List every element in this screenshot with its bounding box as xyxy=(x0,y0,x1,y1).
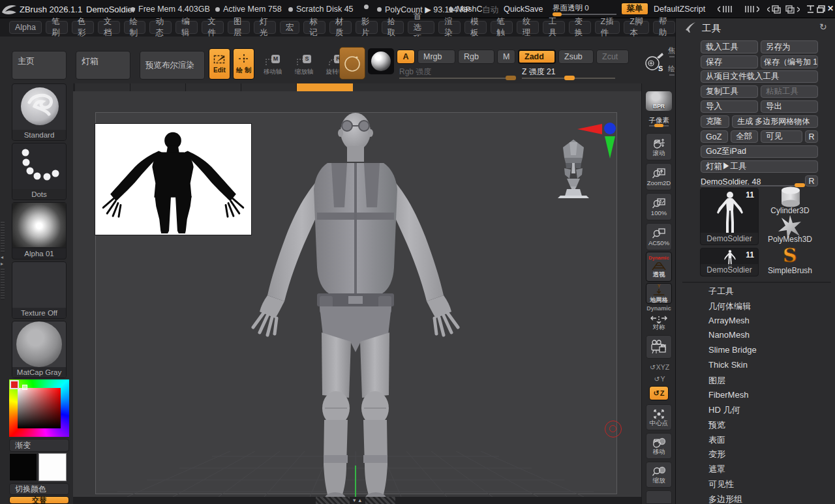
goz-button[interactable]: GoZ xyxy=(701,130,728,143)
tool-item-polymesh3d[interactable]: PolyMesh3D xyxy=(762,216,818,244)
camera-lock-button[interactable] xyxy=(646,335,672,359)
menu-stroke[interactable]: 笔触 xyxy=(491,21,513,34)
menu-help[interactable]: 帮助 xyxy=(653,21,675,34)
subpalette-deformation[interactable]: 变形 xyxy=(708,449,725,460)
draw-button[interactable]: 绘 制 xyxy=(233,48,254,80)
scroll-canvas-button[interactable]: 滚动 xyxy=(646,133,672,160)
collapse-left-tray-icon[interactable] xyxy=(718,5,736,13)
tool-item-demosoldier[interactable]: 11 DemoSoldier xyxy=(700,188,759,245)
sculptris-pro-button[interactable]: S xyxy=(642,50,667,74)
import-button[interactable]: 导入 xyxy=(701,100,758,113)
floor-grid-button[interactable]: Y 地网格 xyxy=(646,283,672,304)
make-polymesh-button[interactable]: 生成 多边形网格物体 xyxy=(732,115,818,128)
rgb-intensity-handle[interactable] xyxy=(506,76,516,80)
edit-button[interactable]: Edit xyxy=(209,48,230,80)
menu-document[interactable]: 文档 xyxy=(98,21,120,34)
texture-slot[interactable]: Texture Off xyxy=(12,261,67,319)
palette-pointer-icon[interactable] xyxy=(684,21,697,34)
menu-macro[interactable]: 宏 xyxy=(280,21,300,34)
actual-size-button[interactable]: 100% xyxy=(646,193,672,220)
menu-draw[interactable]: 绘制 xyxy=(124,21,146,34)
menu-stencil[interactable]: 模板 xyxy=(464,21,487,34)
color-picker-square[interactable] xyxy=(18,388,61,428)
goz-ipad-button[interactable]: GoZ至iPad xyxy=(701,145,818,158)
menu-material[interactable]: 材质 xyxy=(329,21,352,34)
goz-visible-button[interactable]: 可见 xyxy=(761,130,802,143)
draw-size-slider[interactable]: 绘 xyxy=(668,64,675,74)
subpalette-layers[interactable]: 图层 xyxy=(708,375,725,387)
menu-layer[interactable]: 图层 xyxy=(228,21,250,34)
bpr-render-button[interactable]: BPR xyxy=(646,91,672,111)
focal-shift-slider[interactable]: 焦 xyxy=(668,46,675,55)
save-increment-button[interactable]: 保存（编号加 1） xyxy=(761,55,818,68)
close-window-icon[interactable]: ✕ xyxy=(827,4,834,13)
subpalette-polygroups[interactable]: 多边形组 xyxy=(708,494,742,504)
left-tray-expand-icon[interactable]: ▸ xyxy=(1,261,3,267)
menu-light[interactable]: 灯光 xyxy=(254,21,276,34)
canvas-top-divider[interactable] xyxy=(73,83,641,91)
ui-opacity-slider[interactable]: 界面透明 0 xyxy=(553,1,618,13)
left-tray-collapse-icon[interactable]: ◂ xyxy=(1,254,3,260)
left-tray-divider2[interactable] xyxy=(1,269,5,300)
subpalette-slime-bridge[interactable]: Slime Bridge xyxy=(708,345,757,355)
alpha-slot[interactable]: Alpha 01 xyxy=(12,202,67,259)
symmetry-button[interactable]: 对称 xyxy=(646,313,672,333)
tool-item-simplebrush[interactable]: S SimpleBrush xyxy=(762,246,818,275)
subpalette-thick-skin[interactable]: Thick Skin xyxy=(708,360,748,370)
zoom2d-button[interactable]: Zoom2D xyxy=(646,163,672,190)
menu-tool[interactable]: 工具 xyxy=(543,21,565,34)
menu-render[interactable]: 渲染 xyxy=(438,21,461,34)
canvas-bottom-divider[interactable]: ▼▲ xyxy=(73,497,641,504)
switch-color-button[interactable]: 切换颜色 xyxy=(9,483,69,495)
menu-zplugin[interactable]: Z插件 xyxy=(595,21,620,34)
menu-marker[interactable]: 标记 xyxy=(303,21,326,34)
orientation-gizmo[interactable] xyxy=(577,120,618,160)
rotate-z-button[interactable]: ↺Z xyxy=(649,386,669,400)
mode-a-button[interactable]: A xyxy=(397,50,415,64)
zscript-label[interactable]: DefaultZScript xyxy=(654,5,705,14)
subpalette-masking[interactable]: 遮罩 xyxy=(708,464,725,475)
gyro-scale-button[interactable]: S 缩放轴 xyxy=(291,51,317,80)
palette-refresh-icon[interactable]: ↻ xyxy=(819,22,827,32)
rotate-xyz-button[interactable]: ↺XYZ xyxy=(645,363,675,372)
goz-r-button[interactable]: R xyxy=(805,130,818,143)
current-material-thumbnail[interactable] xyxy=(368,48,394,74)
stroke-slot[interactable]: Dots xyxy=(12,143,67,200)
menu-transform[interactable]: 变换 xyxy=(569,21,591,34)
menu-edit[interactable]: 编辑 xyxy=(175,21,198,34)
slider-r-button[interactable]: R xyxy=(805,175,818,186)
goz-all-button[interactable]: 全部 xyxy=(731,130,758,143)
mode-mrgb-button[interactable]: Mrgb xyxy=(418,50,455,64)
alt-color-button[interactable]: 交替 xyxy=(9,496,69,504)
menu-zscript[interactable]: Z脚本 xyxy=(624,21,649,34)
menu-alpha[interactable]: Alpha xyxy=(9,21,42,34)
left-tray-divider[interactable] xyxy=(1,222,5,253)
auto-button[interactable]: 自动 xyxy=(482,5,498,16)
current-brush-thumbnail[interactable] xyxy=(339,47,365,80)
z-intensity-handle[interactable] xyxy=(564,76,575,80)
load-tool-button[interactable]: 载入工具 xyxy=(701,40,758,53)
brush-slot[interactable]: Standard xyxy=(12,83,67,141)
local-pivot-button[interactable]: 中心点 xyxy=(646,404,672,430)
perspective-button[interactable]: Dynamic 透视 xyxy=(646,252,672,282)
subpixel-handle[interactable] xyxy=(654,124,663,127)
collapse-right-tray-icon[interactable] xyxy=(741,5,759,13)
save-button[interactable]: 保存 xyxy=(701,55,758,68)
menu-button[interactable]: 菜单 xyxy=(621,3,648,15)
subpalette-surface[interactable]: 表面 xyxy=(708,434,725,446)
secondary-color-swatch[interactable] xyxy=(38,453,67,481)
load-from-project-button[interactable]: 从项目文件载入工具 xyxy=(701,70,818,83)
quicksave-button[interactable]: QuickSave xyxy=(504,5,543,14)
mode-rgb-button[interactable]: Rgb xyxy=(458,50,494,64)
subpalette-visibility[interactable]: 可见性 xyxy=(708,479,734,490)
menu-color[interactable]: 色彩 xyxy=(72,21,94,34)
home-button[interactable]: 主页 xyxy=(12,51,67,80)
mode-m-button[interactable]: M xyxy=(497,50,515,64)
rgb-intensity-slider[interactable]: Rgb 强度 xyxy=(399,65,517,81)
subpalette-hd-geometry[interactable]: HD 几何 xyxy=(708,404,740,416)
main-color-swatch[interactable] xyxy=(9,453,37,481)
rotate-y-button[interactable]: ↺Y xyxy=(645,374,675,383)
tool-item-cylinder3d[interactable]: Cylinder3D xyxy=(762,188,818,215)
subpalette-nanomesh[interactable]: NanoMesh xyxy=(708,330,750,340)
prev-ui-layout-icon[interactable] xyxy=(767,5,782,14)
